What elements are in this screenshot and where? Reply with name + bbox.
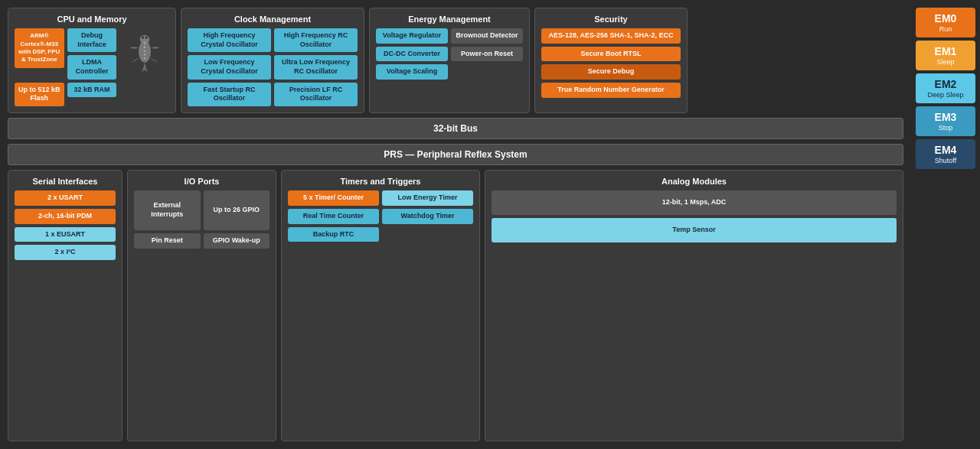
temp-block: Temp Sensor xyxy=(492,218,897,242)
cpu-arm-block: ARM® Cortex®-M33 with DSP, FPU & TrustZo… xyxy=(15,28,64,68)
low-energy-block: Low Energy Timer xyxy=(382,190,473,206)
bottom-row: Serial Interfaces 2 x USART 2-ch, 16-bit… xyxy=(8,170,903,441)
em1-block: EM1 Sleep xyxy=(916,41,975,70)
energy-grid: Voltage Regulator Brownout Detector DC-D… xyxy=(376,28,523,80)
hfrc-block: High Frequency RC Oscillator xyxy=(274,28,358,52)
clock-section: Clock Management High Frequency Crystal … xyxy=(181,8,364,113)
security-section: Security AES-128, AES-256 SHA-1, SHA-2, … xyxy=(534,8,688,113)
em4-sublabel: Shutoff xyxy=(935,157,956,164)
em0-block: EM0 Run xyxy=(916,8,975,37)
timer-grid: 5 x Timer/ Counter Low Energy Timer Real… xyxy=(288,190,473,242)
sec-debug-block: Secure Debug xyxy=(541,64,681,80)
em1-label: EM1 xyxy=(935,45,957,57)
aes-block: AES-128, AES-256 SHA-1, SHA-2, ECC xyxy=(541,28,681,44)
io-title: I/O Ports xyxy=(134,177,270,186)
em1-sublabel: Sleep xyxy=(936,58,954,66)
eusart-block: 1 x EUSART xyxy=(15,227,116,242)
svg-point-3 xyxy=(145,36,147,38)
ext-int-block: External Interrupts xyxy=(134,190,201,230)
prec-block: Precision LF RC Oscillator xyxy=(274,83,358,106)
clock-title: Clock Management xyxy=(188,15,358,24)
em0-sublabel: Run xyxy=(939,25,952,33)
timer-title: Timers and Triggers xyxy=(288,177,473,186)
svg-point-1 xyxy=(139,35,149,44)
i2c-block: 2 x I²C xyxy=(15,245,116,260)
sidebar: EM0 Run EM1 Sleep EM2 Deep Sleep EM3 Sto… xyxy=(911,0,980,449)
prs-row: PRS — Peripheral Reflex System xyxy=(8,144,903,165)
security-grid: AES-128, AES-256 SHA-1, SHA-2, ECC Secur… xyxy=(541,28,681,98)
cpu-grid: ARM® Cortex®-M33 with DSP, FPU & TrustZo… xyxy=(15,28,169,106)
gecko-image xyxy=(119,28,169,74)
cpu-flash-block: Up to 512 kB Flash xyxy=(15,83,64,106)
vscale-block: Voltage Scaling xyxy=(376,64,448,80)
cpu-debug-block: Debug Interface xyxy=(67,28,117,52)
boot-block: Secure Boot RTSL xyxy=(541,47,681,62)
ulfrc-block: Ultra Low Frequency RC Oscillator xyxy=(274,55,358,79)
pdm-block: 2-ch, 16-bit PDM xyxy=(15,209,116,224)
analog-title: Analog Modules xyxy=(492,177,897,186)
analog-grid: 12-bit, 1 Msps, ADC Temp Sensor xyxy=(492,190,897,242)
svg-point-7 xyxy=(143,54,145,55)
em2-block: EM2 Deep Sleep xyxy=(916,73,975,103)
watchdog-block: Watchdog Timer xyxy=(382,209,473,224)
hfco-block: High Frequency Crystal Oscillator xyxy=(188,28,271,52)
serial-section: Serial Interfaces 2 x USART 2-ch, 16-bit… xyxy=(8,170,122,441)
serial-title: Serial Interfaces xyxy=(15,177,116,186)
timer-block: 5 x Timer/ Counter xyxy=(288,190,379,206)
cpu-ram-block: 32 kB RAM xyxy=(67,83,117,98)
em2-sublabel: Deep Sleep xyxy=(927,91,963,99)
backup-rtc-block: Backup RTC xyxy=(288,227,379,242)
energy-title: Energy Management xyxy=(376,15,523,24)
em0-label: EM0 xyxy=(935,12,957,24)
svg-point-8 xyxy=(143,57,145,59)
em3-label: EM3 xyxy=(935,111,957,123)
analog-section: Analog Modules 12-bit, 1 Msps, ADC Temp … xyxy=(485,170,903,441)
rtc-block: Real Time Counter xyxy=(288,209,379,224)
adc-block: 12-bit, 1 Msps, ADC xyxy=(492,190,897,215)
usart-block: 2 x USART xyxy=(15,190,116,206)
security-title: Security xyxy=(541,15,681,24)
pin-reset-block: Pin Reset xyxy=(134,233,201,249)
em3-sublabel: Stop xyxy=(939,124,953,132)
lfco-block: Low Frequency Crystal Oscillator xyxy=(188,55,271,79)
gpio-block: Up to 26 GPIO xyxy=(204,190,270,230)
bus-row: 32-bit Bus xyxy=(8,118,903,139)
cpu-section: CPU and Memory ARM® Cortex®-M33 with DSP… xyxy=(8,8,176,113)
rng-block: True Random Number Generator xyxy=(541,83,681,98)
fsrc-block: Fast Startup RC Oscillator xyxy=(188,83,271,106)
gecko-icon xyxy=(126,28,164,74)
energy-section: Energy Management Voltage Regulator Brow… xyxy=(369,8,530,113)
dcdc-block: DC-DC Converter xyxy=(376,47,448,62)
brownout-block: Brownout Detector xyxy=(451,28,523,44)
cpu-title: CPU and Memory xyxy=(15,15,169,24)
svg-point-2 xyxy=(142,36,144,38)
io-section: I/O Ports External Interrupts Up to 26 G… xyxy=(127,170,276,441)
vreg-block: Voltage Regulator xyxy=(376,28,448,44)
em4-block: EM4 Shutoff xyxy=(916,139,975,169)
svg-point-4 xyxy=(143,43,145,44)
em4-label: EM4 xyxy=(935,144,957,156)
clock-grid: High Frequency Crystal Oscillator High F… xyxy=(188,28,358,106)
main-content: CPU and Memory ARM® Cortex®-M33 with DSP… xyxy=(0,0,911,449)
cpu-ldma-block: LDMA Controller xyxy=(67,55,117,79)
svg-point-6 xyxy=(143,50,145,51)
top-row: CPU and Memory ARM® Cortex®-M33 with DSP… xyxy=(8,8,903,113)
svg-point-5 xyxy=(143,47,145,48)
em2-label: EM2 xyxy=(935,78,957,90)
em3-block: EM3 Stop xyxy=(916,106,975,136)
gpio-wake-block: GPIO Wake-up xyxy=(204,233,270,249)
timer-section: Timers and Triggers 5 x Timer/ Counter L… xyxy=(281,170,480,441)
power-on-block: Power-on Reset xyxy=(451,47,523,62)
serial-grid: 2 x USART 2-ch, 16-bit PDM 1 x EUSART 2 … xyxy=(15,190,116,260)
io-grid: External Interrupts Up to 26 GPIO Pin Re… xyxy=(134,190,270,249)
